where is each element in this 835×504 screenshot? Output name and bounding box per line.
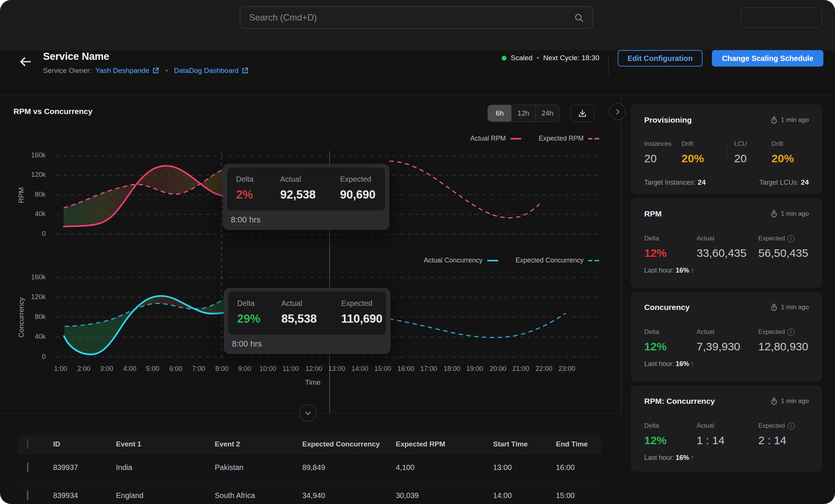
rpm-ytick: 80k xyxy=(22,191,46,199)
separator-dot: • xyxy=(163,67,170,75)
owner-link[interactable]: Yash Deshpande xyxy=(95,67,159,75)
status-label: Scaled xyxy=(511,54,532,62)
status-separator: • xyxy=(536,54,539,62)
last-updated: 1 min ago xyxy=(771,210,809,218)
edit-configuration-button[interactable]: Edit Configuration xyxy=(618,50,703,67)
col-event2: Event 2 xyxy=(209,440,297,448)
instances-drift-value: 20% xyxy=(682,152,719,165)
conc-ytick: 0 xyxy=(22,353,46,361)
col-expected-concurrency: Expected Concurrency xyxy=(297,440,391,448)
header-divider xyxy=(608,55,609,76)
trend-up-icon: ↑ xyxy=(691,266,694,274)
topbar-right-placeholder[interactable] xyxy=(741,7,822,28)
concurrency-tooltip-expected: 110,690 xyxy=(341,312,382,326)
info-icon[interactable]: i xyxy=(787,235,795,242)
header-bottom-divider xyxy=(0,95,835,95)
cell-event1: England xyxy=(111,491,209,500)
rpm-actual-value: 33,60,435 xyxy=(697,247,758,259)
ratio-actual-value: 1 : 14 xyxy=(697,434,758,447)
rpm-card: RPM 1 min ago Delta 12% Actual 33,60,435… xyxy=(631,198,822,288)
last-updated: 1 min ago xyxy=(771,304,809,311)
conc-ytick: 120k xyxy=(22,293,46,301)
concurrency-delta-fill xyxy=(64,296,231,354)
ratio-delta-value: 12% xyxy=(644,434,697,447)
stats-divider xyxy=(727,142,727,163)
change-scaling-schedule-button[interactable]: Change Scaling Schedule xyxy=(712,50,823,67)
stopwatch-icon xyxy=(771,397,777,405)
table-header: ID Event 1 Event 2 Expected Concurrency … xyxy=(18,435,602,453)
rpm-tooltip-values: Delta 2% Actual 92,538 Expected 90,690 xyxy=(227,168,385,210)
concurency-expected-value: 12,80,930 xyxy=(758,340,809,353)
col-start-time: Start Time xyxy=(488,440,551,448)
service-owner-row: Service Owner: Yash Deshpande • DataDog … xyxy=(43,67,249,75)
cell-id: 839934 xyxy=(48,491,111,500)
rpm-tooltip-expected: 90,690 xyxy=(340,188,376,202)
col-event1: Event 1 xyxy=(111,440,209,448)
datadog-link[interactable]: DataDog Dashboard xyxy=(174,67,249,75)
next-cycle-label: Next Cycle: 18:30 xyxy=(543,54,599,62)
trend-up-icon: ↑ xyxy=(691,360,694,368)
instances-value: 20 xyxy=(644,152,682,165)
rpm-expected-value: 56,50,435 xyxy=(758,247,809,259)
cell-expected-rpm: 30,039 xyxy=(391,491,488,500)
rpm-ytick: 160k xyxy=(22,151,46,159)
concurrency-tooltip-delta: 29% xyxy=(237,312,281,326)
stopwatch-icon xyxy=(771,210,777,218)
row-checkbox[interactable] xyxy=(27,491,28,500)
trend-up-icon: ↑ xyxy=(691,454,694,461)
lcu-value: 20 xyxy=(734,152,772,165)
rpm-tooltip-delta: 2% xyxy=(236,188,280,202)
conc-ytick: 80k xyxy=(22,313,46,321)
rpm-delta-value: 12% xyxy=(644,247,697,259)
app-window: Service Name Service Owner: Yash Deshpan… xyxy=(0,0,835,504)
collapse-chart-button[interactable] xyxy=(299,405,316,422)
provisioning-card: Provisioning 1 min ago Instances 20 Drif… xyxy=(631,104,822,194)
stopwatch-icon xyxy=(771,304,777,311)
rpm-concurrency-card: RPM: Concurrency 1 min ago Delta 12% Act… xyxy=(631,385,822,471)
lcu-drift-value: 20% xyxy=(771,152,809,165)
concurency-delta-value: 12% xyxy=(644,340,697,353)
col-id: ID xyxy=(48,440,111,448)
concurrency-tooltip-time: 8:00 hrs xyxy=(228,335,386,354)
cell-end-time: 15:00 xyxy=(551,491,602,500)
table-row[interactable]: 839934 England South Africa 34,940 30,03… xyxy=(18,481,602,504)
chevron-down-icon xyxy=(304,409,312,417)
rpm-axis-label: RPM xyxy=(17,182,25,208)
last-updated: 1 min ago xyxy=(771,116,809,124)
concurrency-tooltip-values: Delta 29% Actual 85,538 Expected 110,690 xyxy=(228,292,386,335)
concurrency-tooltip: Delta 29% Actual 85,538 Expected 110,690… xyxy=(224,288,391,354)
col-expected-rpm: Expected RPM xyxy=(391,440,488,448)
card-title: Concurency xyxy=(644,303,689,312)
info-icon[interactable]: i xyxy=(787,329,795,336)
table-row[interactable]: 839937 India Pakistan 89,849 4,100 13:00… xyxy=(18,453,602,481)
concurency-last-hour: Last hour:16%↑ xyxy=(644,360,809,368)
info-icon[interactable]: i xyxy=(787,422,795,430)
card-title: Provisioning xyxy=(644,116,692,125)
concurrency-axis-label: Concurrency xyxy=(17,291,25,344)
target-lcus: Target LCUs:24 xyxy=(759,178,809,187)
search-input[interactable] xyxy=(240,6,593,29)
ratio-expected-value: 2 : 14 xyxy=(758,434,809,447)
cell-event1: India xyxy=(111,463,209,472)
concurrency-tooltip-actual: 85,538 xyxy=(281,312,341,326)
row-checkbox[interactable] xyxy=(27,462,28,472)
cell-expected-concurrency: 89,849 xyxy=(297,463,391,472)
external-link-icon xyxy=(241,67,249,74)
rpm-tooltip-time: 8:00 hrs xyxy=(227,210,385,230)
card-title: RPM: Concurrency xyxy=(644,397,715,406)
cell-event2: Pakistan xyxy=(209,463,297,472)
expected-rpm-line-right xyxy=(389,161,539,218)
external-link-icon xyxy=(152,67,159,74)
back-button[interactable] xyxy=(17,55,34,70)
events-table: ID Event 1 Event 2 Expected Concurrency … xyxy=(18,435,602,504)
x-axis-title: Time xyxy=(296,378,330,387)
stopwatch-icon xyxy=(771,116,777,124)
scaling-status: Scaled • Next Cycle: 18:30 xyxy=(501,54,599,62)
rpm-ytick: 40k xyxy=(22,210,46,218)
conc-ytick: 160k xyxy=(22,273,46,281)
rpm-tooltip-actual: 92,538 xyxy=(280,188,340,202)
page-title: Service Name xyxy=(43,51,109,62)
concurency-card: Concurency 1 min ago Delta 12% Actual 7,… xyxy=(631,292,822,382)
rpm-tooltip: Delta 2% Actual 92,538 Expected 90,690 8… xyxy=(223,164,389,230)
select-all-checkbox[interactable] xyxy=(27,439,28,449)
